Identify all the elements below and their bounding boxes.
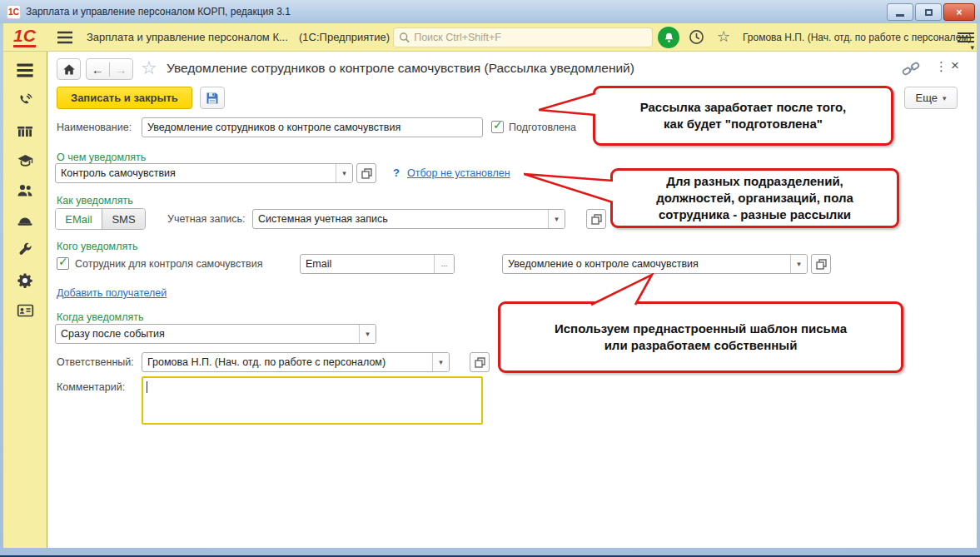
- open-responsible-button[interactable]: [470, 352, 490, 372]
- open-form-icon: [591, 214, 602, 225]
- page-title: Уведомление сотрудников о контроле самоч…: [167, 61, 634, 76]
- tab-email[interactable]: EMail: [56, 209, 102, 229]
- window-title: Зарплата и управление персоналом КОРП, р…: [26, 6, 291, 17]
- more-button[interactable]: Еще ▾: [904, 87, 958, 109]
- home-icon: [62, 63, 76, 76]
- filter-link[interactable]: Отбор не установлен: [407, 167, 510, 179]
- name-input[interactable]: Уведомление сотрудников о контроле самоч…: [142, 117, 483, 137]
- open-form-icon: [475, 357, 485, 368]
- add-to-favorites-star-icon[interactable]: ☆: [141, 57, 157, 79]
- comment-label: Комментарий:: [57, 381, 125, 393]
- settings-gear-icon[interactable]: [14, 271, 36, 289]
- history-clock-icon[interactable]: [689, 29, 704, 45]
- responsible-combo[interactable]: Громова Н.П. (Нач. отд. по работе с перс…: [142, 352, 450, 372]
- when-combo[interactable]: Сразу после события ▾: [55, 324, 376, 344]
- employee-checkbox-label: Сотрудник для контроля самочувствия: [75, 258, 262, 270]
- form-area: ← → ☆ Уведомление сотрудников о контроле…: [47, 52, 977, 548]
- account-label: Учетная запись:: [167, 213, 245, 225]
- tab-sms[interactable]: SMS: [102, 209, 145, 229]
- education-icon[interactable]: [14, 152, 36, 169]
- chevron-down-icon: ▾: [943, 94, 947, 102]
- sections-sidebar: [3, 52, 47, 548]
- phone-icon[interactable]: [14, 92, 36, 109]
- chevron-down-icon[interactable]: ▾: [359, 325, 376, 343]
- responsible-label: Ответственный:: [57, 356, 134, 368]
- notifications-bell-icon[interactable]: [658, 27, 679, 48]
- callout-prepared-tail: [539, 92, 599, 120]
- how-section-header: Как уведомлять: [57, 195, 133, 206]
- open-form-icon: [361, 168, 372, 179]
- close-window-button[interactable]: ×: [943, 3, 975, 21]
- minimize-button[interactable]: [887, 3, 913, 21]
- os-titlebar: 1С Зарплата и управление персоналом КОРП…: [0, 0, 980, 23]
- text-caret: [147, 381, 147, 393]
- app-logo-icon: 1С: [7, 5, 21, 19]
- employee-checkbox[interactable]: ✓: [57, 257, 69, 270]
- home-button[interactable]: [57, 58, 81, 80]
- forward-arrow-icon: →: [115, 62, 127, 77]
- global-search[interactable]: [393, 27, 653, 47]
- current-user[interactable]: Громова Н.П. (Нач. отд. по работе с перс…: [743, 32, 972, 43]
- comment-input[interactable]: [142, 376, 483, 425]
- wrench-icon[interactable]: [14, 241, 36, 259]
- application-title[interactable]: Зарплата и управление персоналом К...: [87, 31, 288, 43]
- chevron-down-icon[interactable]: ▾: [432, 353, 449, 371]
- floppy-save-icon: [206, 92, 219, 105]
- ellipsis-button[interactable]: ...: [434, 255, 454, 273]
- hardhat-icon[interactable]: [14, 211, 36, 229]
- brand-1c-logo[interactable]: 1С: [13, 27, 36, 47]
- who-section-header: Кого уведомлять: [57, 241, 138, 252]
- platform-label: (1С:Предприятие): [299, 31, 390, 43]
- save-button[interactable]: [200, 87, 225, 109]
- template-combo[interactable]: Уведомление о контроле самочувствия ▾: [502, 254, 808, 274]
- help-icon[interactable]: ?: [393, 167, 400, 179]
- contact-kind-input[interactable]: Email ...: [300, 254, 455, 274]
- get-link-icon[interactable]: [902, 62, 920, 77]
- search-icon: [399, 32, 410, 43]
- open-account-button[interactable]: [586, 209, 606, 229]
- back-button[interactable]: ←: [87, 62, 110, 77]
- open-form-icon: [816, 259, 827, 270]
- maximize-button[interactable]: [915, 3, 942, 21]
- callout-template: Используем преднастроенный шаблон письма…: [498, 301, 903, 373]
- close-form-icon[interactable]: ×: [951, 57, 959, 74]
- gifts-icon[interactable]: [14, 122, 36, 139]
- prepared-label: Подготовлена: [509, 122, 576, 133]
- app-toolbar: 1С Зарплата и управление персоналом К...…: [3, 23, 977, 52]
- main-menu-icon[interactable]: [14, 62, 36, 79]
- id-card-icon[interactable]: [14, 301, 36, 319]
- channel-toggle: EMail SMS: [55, 208, 146, 230]
- name-label: Наименование:: [57, 122, 132, 133]
- service-menu-icon[interactable]: ▾: [958, 30, 974, 52]
- open-template-button[interactable]: [811, 254, 831, 274]
- check-icon: ✓: [58, 255, 68, 268]
- account-combo[interactable]: Системная учетная запись ▾: [252, 209, 565, 229]
- when-section-header: Когда уведомлять: [57, 311, 144, 323]
- check-icon: ✓: [493, 118, 503, 132]
- open-event-button[interactable]: [356, 163, 376, 183]
- prepared-checkbox[interactable]: ✓: [491, 121, 504, 133]
- chevron-down-icon[interactable]: ▾: [548, 210, 565, 228]
- more-actions-kebab-icon[interactable]: ⋮: [935, 59, 948, 74]
- app-window: 1С Зарплата и управление персоналом КОРП…: [0, 0, 980, 557]
- event-combo[interactable]: Контроль самочувствия ▾: [55, 163, 353, 183]
- save-and-close-button[interactable]: Записать и закрыть: [57, 87, 192, 109]
- callout-filter-tail: [524, 171, 615, 206]
- forward-button[interactable]: →: [110, 62, 133, 77]
- navigation-buttons: ← →: [86, 58, 133, 80]
- chevron-down-icon[interactable]: ▾: [336, 164, 352, 182]
- close-icon: ×: [956, 7, 962, 18]
- back-arrow-icon: ←: [92, 62, 104, 77]
- about-section-header: О чем уведомлять: [57, 152, 146, 163]
- main-menu-icon[interactable]: [57, 31, 73, 44]
- callout-filter: Для разных подразделений, должностей, ор…: [610, 168, 899, 228]
- favorites-star-icon[interactable]: ☆: [717, 27, 730, 46]
- chevron-down-icon[interactable]: ▾: [790, 255, 807, 273]
- search-input[interactable]: [414, 32, 647, 43]
- employees-icon[interactable]: [14, 182, 36, 199]
- add-recipients-link[interactable]: Добавить получателей: [57, 287, 167, 299]
- callout-prepared: Рассылка заработает после того, как буде…: [593, 86, 893, 146]
